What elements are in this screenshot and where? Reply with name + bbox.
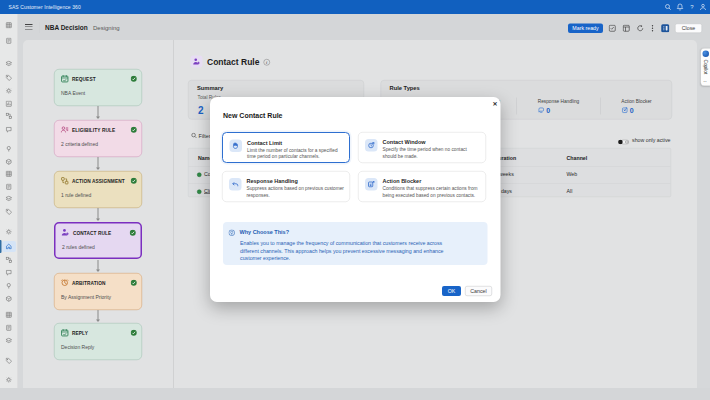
svg-text:?: ? [690, 4, 694, 10]
